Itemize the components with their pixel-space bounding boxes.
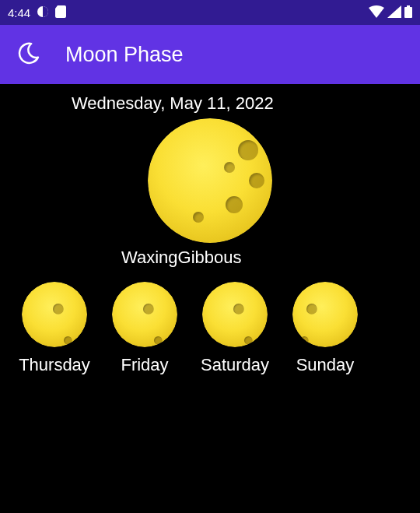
- signal-icon: [387, 5, 401, 20]
- forecast-day-label: Thursday: [19, 355, 90, 375]
- current-date: Wednesday, May 11, 2022: [72, 93, 420, 114]
- forecast-moon-image: [292, 282, 358, 347]
- forecast-row: Thursday Friday Saturday: [0, 282, 420, 375]
- contrast-icon: [37, 5, 49, 20]
- forecast-moon-image: [112, 282, 177, 347]
- current-moon-phase-image: [148, 118, 272, 243]
- svg-rect-2: [407, 5, 410, 7]
- battery-icon: [404, 5, 412, 20]
- status-bar: 4:44: [0, 0, 420, 25]
- forecast-moon-image: [202, 282, 268, 347]
- current-phase-label: WaxingGibbous: [121, 248, 420, 268]
- forecast-day-label: Saturday: [201, 355, 269, 375]
- forecast-day-label: Sunday: [296, 355, 355, 375]
- app-title: Moon Phase: [65, 43, 184, 67]
- forecast-day: Thursday: [16, 282, 93, 375]
- forecast-day: Sunday: [286, 282, 364, 375]
- forecast-day: Saturday: [196, 282, 274, 375]
- app-bar: Moon Phase: [0, 25, 420, 84]
- status-time: 4:44: [8, 6, 30, 19]
- wifi-icon: [369, 5, 384, 20]
- forecast-moon-image: [22, 282, 87, 347]
- forecast-day-label: Friday: [121, 355, 168, 375]
- moon-icon: [17, 41, 40, 68]
- sd-card-icon: [55, 5, 66, 20]
- forecast-day: Friday: [106, 282, 184, 375]
- content-area: Wednesday, May 11, 2022 WaxingGibbous Th…: [0, 84, 420, 375]
- svg-rect-1: [404, 7, 412, 18]
